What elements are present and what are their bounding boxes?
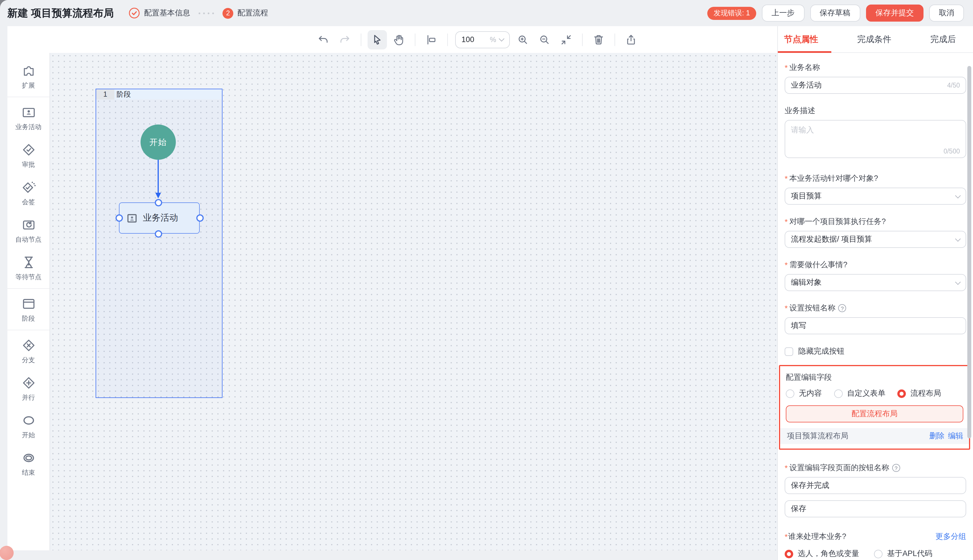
fit-view-icon[interactable] — [557, 30, 576, 49]
step-basic-info[interactable]: 配置基本信息 — [129, 7, 190, 19]
parallel-diamond-icon — [21, 375, 36, 391]
undo-icon[interactable] — [314, 30, 333, 49]
floating-assistant-button[interactable] — [0, 546, 13, 560]
toolbar-divider — [582, 33, 583, 46]
step-dots — [199, 12, 214, 14]
flow-edge[interactable] — [158, 160, 159, 193]
flow-canvas[interactable]: 1 阶段 开始 业务活动 — [50, 53, 777, 550]
char-counter: 4/50 — [947, 82, 960, 89]
action-type-select[interactable]: 编辑对象 — [785, 274, 966, 291]
toolbar-divider — [415, 33, 415, 46]
target-object-select[interactable]: 项目预算 — [785, 188, 966, 205]
palette-item-wait-node[interactable]: 等待节点 — [7, 249, 50, 287]
properties-panel: 节点属性 完成条件 完成后 * 业务名称 业务活动 4/50 业务描述 请输入 … — [777, 26, 973, 560]
palette-item-parallel[interactable]: 并行 — [7, 370, 50, 407]
branch-diamond-icon — [21, 338, 36, 353]
select-tool-icon[interactable] — [368, 30, 387, 49]
more-groups-link[interactable]: 更多分组 — [935, 532, 966, 542]
palette-divider — [7, 288, 50, 289]
radio-icon[interactable] — [874, 550, 883, 558]
radio-icon-checked[interactable] — [785, 550, 793, 558]
align-icon[interactable] — [421, 30, 441, 49]
redo-icon[interactable] — [335, 30, 354, 49]
error-count-badge[interactable]: 发现错误: 1 — [707, 7, 756, 20]
edit-link[interactable]: 编辑 — [948, 431, 963, 441]
business-name-input[interactable]: 业务活动 4/50 — [785, 77, 966, 94]
zoom-level-control[interactable]: 100 % — [455, 31, 510, 48]
radio-pick-person-role[interactable]: 选人，角色或变量 — [785, 548, 859, 559]
palette-item-extension[interactable]: 扩展 — [7, 57, 50, 95]
start-node[interactable]: 开始 — [140, 125, 176, 160]
palette-item-branch[interactable]: 分支 — [7, 332, 50, 370]
button-name-input[interactable]: 填写 — [785, 317, 966, 334]
auto-node-icon — [21, 217, 36, 233]
checkbox[interactable] — [785, 347, 793, 356]
activity-node-icon — [126, 212, 138, 224]
panel-scrollbar[interactable] — [967, 66, 971, 438]
delete-link[interactable]: 删除 — [929, 431, 945, 441]
radio-icon[interactable] — [834, 389, 843, 398]
zoom-value[interactable]: 100 — [461, 35, 486, 44]
palette-item-start[interactable]: 开始 — [7, 407, 50, 445]
save-name-input[interactable]: 保存 — [785, 500, 966, 517]
port-bottom[interactable] — [154, 230, 162, 237]
radio-icon[interactable] — [786, 389, 794, 398]
business-description-textarea[interactable]: 请输入 0/500 — [785, 120, 966, 158]
delete-trash-icon[interactable] — [589, 30, 608, 49]
activity-node[interactable]: 业务活动 — [119, 202, 200, 234]
radio-apl-code[interactable]: 基于APL代码 — [874, 548, 932, 559]
radio-icon-checked[interactable] — [897, 389, 906, 398]
header-actions: 发现错误: 1 上一步 保存草稿 保存并提交 取消 — [707, 5, 964, 22]
help-icon[interactable] — [838, 304, 846, 312]
palette-item-countersign[interactable]: 会签 — [7, 174, 50, 212]
save-submit-button[interactable]: 保存并提交 — [866, 5, 923, 22]
step-done-check-icon — [129, 7, 140, 19]
hide-complete-button-row[interactable]: 隐藏完成按钮 — [785, 346, 966, 357]
step-number-badge: 2 — [222, 8, 233, 18]
configure-flow-layout-button[interactable]: 配置流程布局 — [786, 405, 963, 422]
tab-completion-condition[interactable]: 完成条件 — [857, 34, 891, 45]
save-complete-name-input[interactable]: 保存并完成 — [785, 477, 966, 494]
panel-body: * 业务名称 业务活动 4/50 业务描述 请输入 0/500 * 本业务活动针… — [778, 53, 973, 560]
export-icon[interactable] — [621, 30, 641, 49]
top-header: 新建 项目预算流程布局 配置基本信息 2 配置流程 发现错误: 1 上一步 保存… — [0, 0, 973, 26]
chevron-down-icon — [955, 192, 961, 198]
radio-custom-form[interactable]: 自定义表单 — [834, 388, 885, 398]
tab-after-completion[interactable]: 完成后 — [930, 34, 956, 45]
cancel-button[interactable]: 取消 — [929, 5, 964, 22]
tab-node-properties[interactable]: 节点属性 — [784, 34, 818, 45]
flow-edge-arrowhead — [155, 193, 161, 198]
step-configure-flow[interactable]: 2 配置流程 — [222, 8, 268, 18]
budget-source-select[interactable]: 流程发起数据/ 项目预算 — [785, 231, 966, 248]
zoom-out-icon[interactable] — [535, 30, 554, 49]
save-draft-button[interactable]: 保存草稿 — [810, 5, 860, 22]
port-right[interactable] — [196, 214, 204, 222]
activity-node-label: 业务活动 — [143, 212, 178, 224]
placeholder-text: 请输入 — [791, 126, 814, 134]
end-double-ellipse-icon — [21, 450, 36, 466]
zoom-in-icon[interactable] — [513, 30, 533, 49]
radio-no-content[interactable]: 无内容 — [786, 388, 822, 398]
palette-item-activity[interactable]: 业务活动 — [7, 99, 50, 137]
palette-item-end[interactable]: 结束 — [7, 445, 50, 482]
prev-step-button[interactable]: 上一步 — [762, 5, 804, 22]
page-title: 新建 项目预算流程布局 — [7, 6, 114, 20]
field-label: * 设置编辑字段页面的按钮名称 — [785, 463, 966, 473]
zoom-percent-sign: % — [490, 35, 496, 43]
help-icon[interactable] — [892, 464, 900, 472]
stage-header[interactable]: 1 阶段 — [96, 89, 222, 100]
panel-tab-bar: 节点属性 完成条件 完成后 — [778, 26, 973, 53]
edit-fields-radio-group: 无内容 自定义表单 流程布局 — [786, 388, 963, 398]
handler-header-row: *谁来处理本业务? 更多分组 — [785, 532, 966, 542]
port-top[interactable] — [154, 199, 162, 206]
palette-item-auto-node[interactable]: 自动节点 — [7, 212, 50, 249]
palette-item-stage[interactable]: 阶段 — [7, 290, 50, 328]
radio-flow-layout[interactable]: 流程布局 — [897, 388, 941, 398]
port-left[interactable] — [115, 214, 123, 222]
toolbar-divider — [615, 33, 615, 46]
pan-hand-icon[interactable] — [389, 30, 408, 49]
palette-item-approval[interactable]: 审批 — [7, 137, 50, 174]
approval-diamond-icon — [21, 142, 36, 157]
field-label: * 需要做什么事情? — [785, 260, 966, 270]
start-ellipse-icon — [21, 413, 36, 428]
